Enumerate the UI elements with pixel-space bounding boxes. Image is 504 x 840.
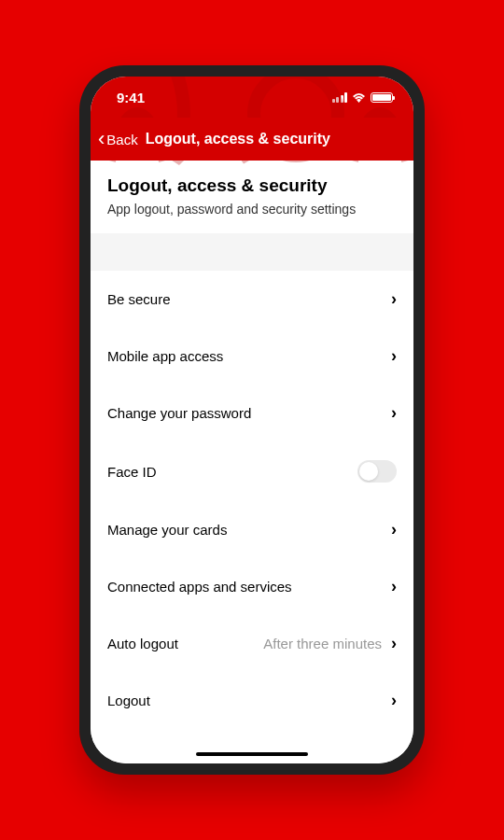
phone-frame: 9:41 ‹ Back Logo [79, 65, 425, 775]
cellular-signal-icon [332, 92, 348, 103]
toggle-knob [359, 462, 378, 481]
list-item-manage-cards[interactable]: Manage your cards › [91, 501, 413, 558]
list-item-auto-logout[interactable]: Auto logout After three minutes › [91, 615, 413, 672]
chevron-left-icon: ‹ [98, 129, 105, 149]
back-label: Back [106, 132, 137, 147]
list-item-label: Be secure [107, 291, 171, 307]
page-header: Logout, access & security App logout, pa… [91, 161, 413, 233]
list-item-label: Face ID [107, 464, 157, 480]
page-subtitle: App logout, password and security settin… [107, 202, 397, 217]
list-item-label: Logout [107, 693, 150, 708]
list-item-label: Mobile app access [107, 348, 223, 364]
status-time: 9:41 [117, 90, 145, 105]
list-item-change-password[interactable]: Change your password › [91, 385, 413, 441]
chevron-right-icon: › [391, 520, 397, 539]
list-item-logout[interactable]: Logout › [91, 672, 413, 729]
nav-bar: ‹ Back Logout, access & security [91, 118, 413, 161]
section-divider [91, 233, 413, 271]
list-item-label: Auto logout [107, 636, 178, 651]
wifi-icon [352, 92, 366, 103]
auto-logout-value: After three minutes [263, 636, 382, 651]
battery-icon [371, 92, 393, 103]
chevron-right-icon: › [391, 577, 397, 596]
status-bar: 9:41 [91, 77, 413, 118]
chevron-right-icon: › [391, 634, 397, 653]
settings-list: Be secure › Mobile app access › Change y… [91, 271, 413, 763]
chevron-right-icon: › [391, 691, 397, 710]
chevron-right-icon: › [391, 346, 397, 366]
page-title: Logout, access & security [107, 175, 397, 196]
list-item-be-secure[interactable]: Be secure › [91, 271, 413, 328]
status-icons [332, 92, 394, 103]
home-indicator[interactable] [196, 752, 308, 756]
phone-inner: 9:41 ‹ Back Logo [91, 77, 413, 763]
list-item-face-id: Face ID [91, 441, 413, 501]
list-item-mobile-access[interactable]: Mobile app access › [91, 328, 413, 385]
list-item-connected-apps[interactable]: Connected apps and services › [91, 558, 413, 615]
chevron-right-icon: › [391, 289, 397, 309]
back-button[interactable]: ‹ Back [98, 129, 138, 149]
list-item-label: Change your password [107, 405, 251, 421]
screen: 9:41 ‹ Back Logo [91, 77, 413, 763]
nav-title: Logout, access & security [146, 131, 330, 147]
face-id-toggle[interactable] [357, 460, 397, 483]
chevron-right-icon: › [391, 403, 397, 423]
list-item-label: Manage your cards [107, 522, 227, 538]
list-item-label: Connected apps and services [107, 579, 292, 595]
